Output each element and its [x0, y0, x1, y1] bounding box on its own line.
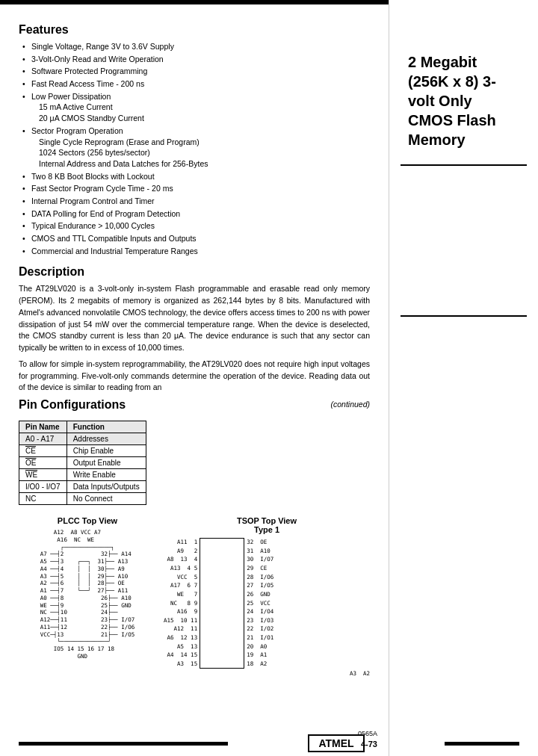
pin-config-header: Pin Configurations (continued) — [19, 398, 370, 416]
description-paragraph-2: To allow for simple in-system reprogramm… — [19, 359, 370, 394]
features-title: Features — [19, 23, 370, 37]
pin-config-title: Pin Configurations — [19, 398, 126, 412]
footer-bar-left — [19, 742, 228, 746]
continued-label: (continued) — [330, 400, 370, 409]
pin-name: I/O0 - I/O7 — [19, 481, 67, 493]
list-item: Typical Endurance > 10,000 Cycles — [22, 220, 370, 232]
main-content: Features Single Voltage, Range 3V to 3.6… — [0, 4, 385, 688]
pin-name: CE — [19, 445, 67, 457]
list-item: Low Power Dissipation 15 mA Active Curre… — [22, 91, 370, 124]
tsop-chip-body — [200, 538, 244, 668]
list-item: Fast Read Access Time - 200 ns — [22, 78, 370, 90]
pin-name: A0 - A17 — [19, 433, 67, 445]
list-sub-item: 15 mA Active Current — [39, 102, 370, 113]
table-row: NC No Connect — [19, 493, 146, 505]
list-item: DATA Polling for End of Program Detectio… — [22, 208, 370, 220]
list-item: Sector Program Operation Single Cycle Re… — [22, 126, 370, 170]
list-item: Internal Program Control and Timer — [22, 196, 370, 207]
list-item: Single Voltage, Range 3V to 3.6V Supply — [22, 41, 370, 52]
tsop-bottom-label: A3 A2 — [164, 670, 370, 677]
logo-text: ATMEL — [318, 737, 353, 749]
table-row: OE Output Enable — [19, 457, 146, 469]
pin-name: WE — [19, 469, 67, 481]
list-sub-item: 1024 Sectors (256 bytes/sector) — [39, 147, 370, 158]
tsop-title: TSOP Top ViewType 1 — [164, 516, 370, 534]
pin-function: Addresses — [67, 433, 146, 445]
pin-function: Chip Enable — [67, 445, 146, 457]
table-row: A0 - A17 Addresses — [19, 433, 146, 445]
pin-table: Pin Name Function A0 - A17 Addresses CE … — [19, 421, 146, 505]
table-row: WE Write Enable — [19, 469, 146, 481]
table-row: CE Chip Enable — [19, 445, 146, 457]
sidebar-divider-bottom — [401, 315, 527, 317]
product-description-box: 2 Megabit (256K x 8) 3-volt Only CMOS Fl… — [401, 45, 527, 157]
pin-function: No Connect — [67, 493, 146, 505]
list-item: Commercial and Industrial Temperature Ra… — [22, 246, 370, 257]
pin-table-header-function: Function — [67, 421, 146, 433]
description-title: Description — [19, 265, 370, 279]
pin-name: OE — [19, 457, 67, 469]
description-paragraph-1: The AT29LV020 is a 3-volt-only in-system… — [19, 283, 370, 354]
list-item: Two 8 KB Boot Blocks with Lockout — [22, 171, 370, 182]
footer: ATMEL — [0, 731, 538, 756]
plcc-diagram: A12 A8 VCC A7 A16 NC WE ┌──────────────┐… — [19, 529, 156, 660]
list-sub-item: Single Cycle Reprogram (Erase and Progra… — [39, 137, 370, 148]
pin-table-header-name: Pin Name — [19, 421, 67, 433]
list-sub-item: 20 μA CMOS Standby Current — [39, 113, 370, 124]
tsop-left-pins: A11 1 A9 2 A8 13 4 A13 4 5 VCC 5 A17 6 7… — [164, 538, 200, 668]
sidebar-divider-top — [401, 164, 527, 166]
list-item: CMOS and TTL Compatible Inputs and Outpu… — [22, 233, 370, 244]
atmel-logo: ATMEL — [308, 734, 364, 752]
tsop-diagram-container: A11 1 A9 2 A8 13 4 A13 4 5 VCC 5 A17 6 7… — [164, 538, 370, 668]
plcc-chip-art: A12 A8 VCC A7 A16 NC WE ┌──────────────┐… — [40, 529, 134, 660]
product-title: 2 Megabit (256K x 8) 3-volt Only CMOS Fl… — [408, 52, 519, 149]
list-item: Software Protected Programming — [22, 66, 370, 77]
table-row: I/O0 - I/O7 Data Inputs/Outputs — [19, 481, 146, 493]
diagrams-section: PLCC Top View A12 A8 VCC A7 A16 NC WE ┌─… — [19, 516, 370, 676]
plcc-title: PLCC Top View — [19, 516, 156, 525]
footer-bar-right — [445, 742, 519, 746]
features-list: Single Voltage, Range 3V to 3.6V Supply … — [19, 41, 370, 256]
list-item: Fast Sector Program Cycle Time - 20 ms — [22, 183, 370, 194]
pin-name: NC — [19, 493, 67, 505]
tsop-right-pins: 32 OE 31 A10 30 I/O7 29 CE 28 I/O6 27 I/… — [244, 538, 273, 668]
list-sub-item: Internal Address and Data Latches for 25… — [39, 158, 370, 170]
right-sidebar: 2 Megabit (256K x 8) 3-volt Only CMOS Fl… — [389, 0, 538, 756]
pin-function: Output Enable — [67, 457, 146, 469]
list-item: 3-Volt-Only Read and Write Operation — [22, 54, 370, 65]
pin-function: Write Enable — [67, 469, 146, 481]
tsop-column: TSOP Top ViewType 1 A11 1 A9 2 A8 13 4 A… — [164, 516, 370, 676]
pin-function: Data Inputs/Outputs — [67, 481, 146, 493]
plcc-column: PLCC Top View A12 A8 VCC A7 A16 NC WE ┌─… — [19, 516, 156, 660]
